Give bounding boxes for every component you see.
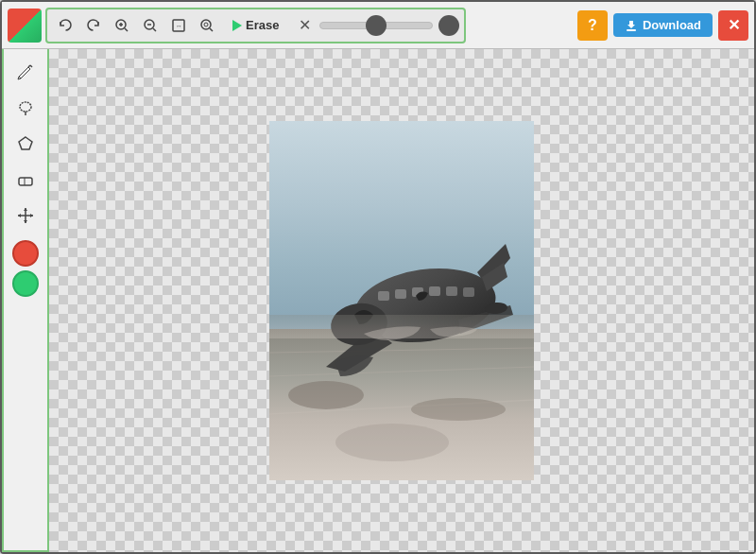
svg-line-14 [30, 65, 32, 67]
svg-rect-38 [378, 291, 389, 301]
svg-line-6 [153, 28, 156, 31]
brush-preview [438, 15, 459, 36]
move-icon [17, 207, 34, 224]
pencil-icon [17, 63, 34, 80]
zoom-in-button[interactable] [109, 12, 135, 39]
svg-rect-12 [627, 29, 636, 31]
background-color-button[interactable] [12, 270, 39, 297]
svg-rect-41 [429, 286, 440, 296]
logo-button[interactable] [8, 9, 42, 43]
main-area [2, 49, 754, 552]
svg-rect-20 [19, 178, 32, 185]
erase-label: Erase [246, 18, 279, 32]
erase-button[interactable]: Erase [222, 13, 289, 37]
plane-photo-svg [269, 121, 534, 480]
canvas-area[interactable] [49, 49, 754, 552]
app-container: ↔ Erase ✕ [0, 0, 756, 554]
move-tool-button[interactable] [9, 199, 43, 233]
svg-line-11 [210, 28, 213, 31]
left-sidebar [2, 49, 49, 552]
svg-point-10 [204, 23, 208, 26]
svg-rect-43 [463, 287, 474, 297]
lasso-tool-button[interactable] [9, 91, 43, 125]
svg-rect-45 [269, 315, 534, 338]
svg-marker-27 [30, 214, 33, 217]
undo-button[interactable] [52, 12, 78, 39]
zoom-fit-button[interactable]: ↔ [165, 12, 192, 39]
canvas-image [269, 121, 534, 480]
svg-marker-24 [24, 208, 27, 211]
help-label: ? [588, 17, 597, 34]
redo-button[interactable] [80, 12, 107, 39]
polygon-icon [17, 135, 34, 152]
svg-marker-25 [24, 220, 27, 223]
download-icon [625, 19, 638, 32]
svg-point-9 [201, 20, 211, 29]
download-label: Download [643, 18, 701, 32]
foreground-color-button[interactable] [12, 240, 39, 267]
help-button[interactable]: ? [577, 10, 608, 41]
zoom-actual-button[interactable] [194, 12, 220, 39]
svg-marker-19 [19, 137, 32, 149]
svg-text:↔: ↔ [176, 23, 182, 29]
close-icon: ✕ [728, 16, 740, 34]
cancel-erase-button[interactable]: ✕ [291, 12, 318, 39]
svg-point-33 [288, 381, 364, 409]
brush-size-slider[interactable] [319, 22, 433, 29]
svg-point-34 [411, 398, 506, 421]
toolbar-group: ↔ Erase ✕ [45, 8, 466, 43]
svg-point-17 [20, 102, 31, 112]
download-button[interactable]: Download [613, 13, 713, 37]
lasso-icon [17, 99, 34, 116]
svg-line-3 [125, 28, 128, 31]
polygon-tool-button[interactable] [9, 127, 43, 161]
eraser-tool-button[interactable] [9, 163, 43, 197]
top-toolbar: ↔ Erase ✕ [2, 2, 754, 49]
svg-marker-26 [18, 214, 21, 217]
close-button[interactable]: ✕ [718, 10, 748, 41]
cancel-icon: ✕ [299, 16, 311, 34]
eraser-icon [17, 171, 34, 188]
header-right: ? Download ✕ [577, 10, 748, 41]
pencil-tool-button[interactable] [9, 55, 43, 89]
svg-rect-39 [395, 289, 406, 299]
brush-slider-container [319, 15, 459, 36]
zoom-out-button[interactable] [137, 12, 163, 39]
svg-rect-42 [446, 286, 457, 296]
play-icon [232, 20, 242, 31]
svg-point-35 [335, 424, 449, 461]
